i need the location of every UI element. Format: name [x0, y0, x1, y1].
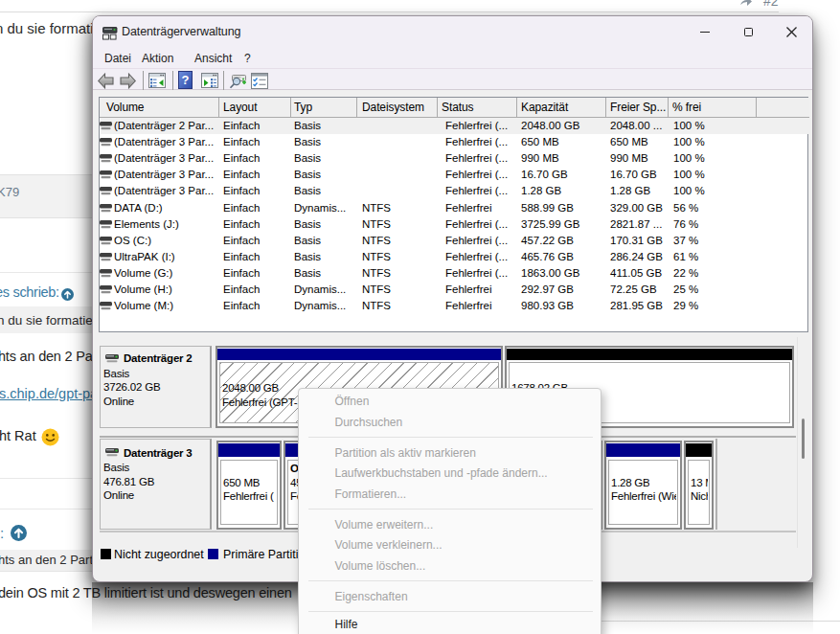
- svg-text:?: ?: [182, 73, 190, 87]
